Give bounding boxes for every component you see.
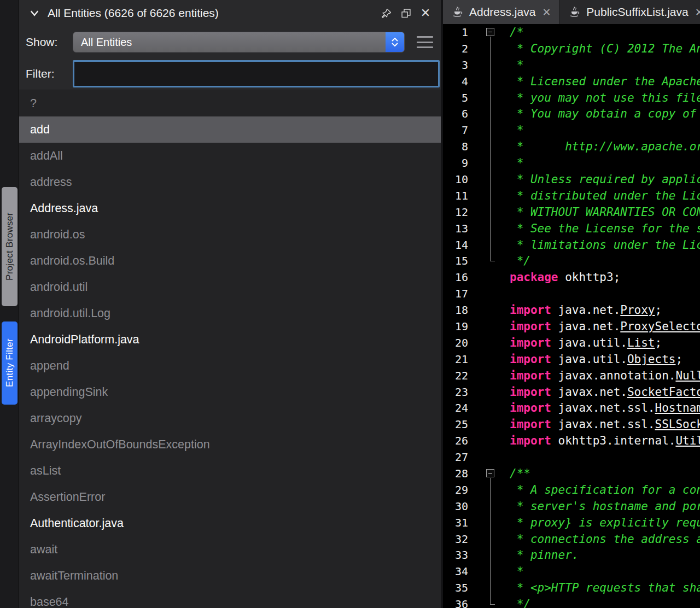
list-item[interactable]: android.os.Build: [19, 248, 441, 274]
list-item[interactable]: await: [19, 536, 441, 563]
code-line[interactable]: 9 *: [443, 155, 700, 171]
code-text: * you may not use this file except in co…: [504, 91, 700, 104]
fold-gutter: [476, 465, 504, 482]
float-window-icon[interactable]: [399, 7, 412, 20]
hamburger-menu-icon[interactable]: [416, 35, 434, 49]
code-text: * Licensed under the Apache License, Ver…: [504, 75, 700, 88]
code-line[interactable]: 14 * limitations under the License.: [443, 237, 700, 253]
code-text: * Copyright (C) 2012 The Android Open So…: [504, 42, 700, 55]
code-line[interactable]: 25import javax.net.ssl.SSLSocketFactory;: [443, 416, 700, 432]
code-line[interactable]: 22import javax.annotation.Nullable;: [443, 367, 700, 384]
fold-toggle-icon[interactable]: [486, 469, 494, 477]
app-window: Project Browser Entity Filter All Entiti…: [0, 0, 700, 608]
line-number: 36: [443, 598, 476, 608]
list-item[interactable]: AndroidPlatform.java: [19, 326, 441, 353]
list-item[interactable]: android.os: [19, 221, 441, 248]
code-line[interactable]: 2 * Copyright (C) 2012 The Android Open …: [443, 40, 700, 57]
code-line[interactable]: 11 * distributed under the License is di…: [443, 188, 700, 204]
line-number: 16: [443, 271, 476, 284]
pin-icon[interactable]: [380, 7, 393, 20]
code-line[interactable]: 20import java.util.List;: [443, 335, 700, 351]
code-line[interactable]: 1/*: [443, 24, 700, 40]
stepper-up-down-icon[interactable]: [386, 32, 404, 52]
code-line[interactable]: 31 * proxy} is explicitly requested), th…: [443, 515, 700, 531]
close-icon[interactable]: ✕: [419, 7, 432, 20]
fold-gutter: [476, 155, 504, 171]
line-number: 22: [443, 369, 476, 382]
fold-gutter: [476, 416, 504, 432]
code-text: /*: [504, 26, 700, 39]
code-line[interactable]: 21import java.util.Objects;: [443, 351, 700, 367]
tab-close-icon[interactable]: ✕: [541, 6, 551, 19]
list-item[interactable]: Authenticator.java: [19, 510, 441, 536]
list-item[interactable]: ?: [19, 90, 441, 116]
code-line[interactable]: 27: [443, 449, 700, 465]
show-label: Show:: [26, 36, 68, 49]
code-line[interactable]: 12 * WITHOUT WARRANTIES OR CONDITIONS OF…: [443, 204, 700, 220]
show-dropdown[interactable]: All Entities: [73, 32, 405, 52]
code-line[interactable]: 3 *: [443, 57, 700, 73]
code-line[interactable]: 4 * Licensed under the Apache License, V…: [443, 73, 700, 90]
sidebar-tab-entity-filter[interactable]: Entity Filter: [2, 321, 18, 405]
code-text: * pinner.: [504, 548, 700, 562]
line-number: 14: [443, 238, 476, 252]
code-line[interactable]: 7 *: [443, 122, 700, 138]
list-item[interactable]: ArrayIndexOutOfBoundsException: [19, 431, 441, 458]
code-line[interactable]: 34 *: [443, 563, 700, 580]
editor-tab[interactable]: Address.java✕: [443, 0, 560, 24]
fold-gutter: [476, 138, 504, 155]
list-item[interactable]: awaitTermination: [19, 563, 441, 589]
code-line[interactable]: 35 * <p>HTTP requests that share the sam…: [443, 580, 700, 596]
code-line[interactable]: 26import okhttp3.internal.Util;: [443, 432, 700, 449]
code-line[interactable]: 17: [443, 285, 700, 302]
list-item[interactable]: android.util: [19, 274, 441, 300]
code-line[interactable]: 36 */: [443, 596, 700, 608]
list-item[interactable]: asList: [19, 458, 441, 484]
code-line[interactable]: 18import java.net.Proxy;: [443, 302, 700, 318]
code-line[interactable]: 19import java.net.ProxySelector;: [443, 318, 700, 335]
line-number: 6: [443, 107, 476, 120]
editor-tab[interactable]: PublicSuffixList.java✕: [560, 0, 700, 24]
list-item[interactable]: add: [19, 116, 441, 143]
line-number: 23: [443, 385, 476, 399]
code-line[interactable]: 24import javax.net.ssl.HostnameVerifier;: [443, 400, 700, 416]
line-number: 11: [443, 189, 476, 202]
code-line[interactable]: 8 * http://www.apache.org/licenses/LICEN…: [443, 138, 700, 155]
filter-input[interactable]: [73, 60, 440, 87]
code-line[interactable]: 32 * connections the address also includ…: [443, 531, 700, 547]
tab-close-icon[interactable]: ✕: [694, 6, 700, 19]
chevron-down-icon[interactable]: [28, 7, 41, 20]
list-item[interactable]: append: [19, 353, 441, 379]
line-number: 27: [443, 451, 476, 464]
code-editor: Address.java✕PublicSuffixList.java✕ 1/*2…: [443, 0, 700, 608]
code-line[interactable]: 15 */: [443, 253, 700, 269]
code-line[interactable]: 30 * server's hostname and port. If an e…: [443, 498, 700, 515]
list-item[interactable]: appendingSink: [19, 379, 441, 405]
code-line[interactable]: 13 * See the License for the specific la…: [443, 220, 700, 237]
code-line[interactable]: 5 * you may not use this file except in …: [443, 90, 700, 106]
code-line[interactable]: 29 * A specification for a connection to…: [443, 482, 700, 498]
list-item[interactable]: arraycopy: [19, 405, 441, 431]
show-dropdown-value: All Entities: [81, 36, 132, 49]
list-item[interactable]: address: [19, 169, 441, 195]
code-line[interactable]: 33 * pinner.: [443, 547, 700, 564]
code-text: * connections the address also includes …: [504, 533, 700, 546]
line-number: 1: [443, 26, 476, 39]
code-line[interactable]: 16package okhttp3;: [443, 269, 700, 285]
list-item[interactable]: Address.java: [19, 195, 441, 221]
code-text: import java.net.Proxy;: [504, 303, 700, 317]
code-line[interactable]: 23import javax.net.SocketFactory;: [443, 384, 700, 400]
code-line[interactable]: 10 * Unless required by applicable law o…: [443, 171, 700, 188]
code-text: /**: [504, 467, 700, 480]
fold-gutter: [476, 171, 504, 188]
list-item[interactable]: base64: [19, 589, 441, 608]
sidebar-tab-project-browser[interactable]: Project Browser: [2, 187, 18, 306]
code-line[interactable]: 6 * You may obtain a copy of the License…: [443, 106, 700, 122]
list-item[interactable]: AssertionError: [19, 484, 441, 510]
list-item[interactable]: android.util.Log: [19, 300, 441, 326]
list-item[interactable]: addAll: [19, 143, 441, 169]
code-line[interactable]: 28/**: [443, 465, 700, 482]
code-text: import javax.net.ssl.SSLSocketFactory;: [504, 418, 700, 431]
fold-toggle-icon[interactable]: [486, 28, 494, 36]
fold-gutter: [476, 351, 504, 367]
